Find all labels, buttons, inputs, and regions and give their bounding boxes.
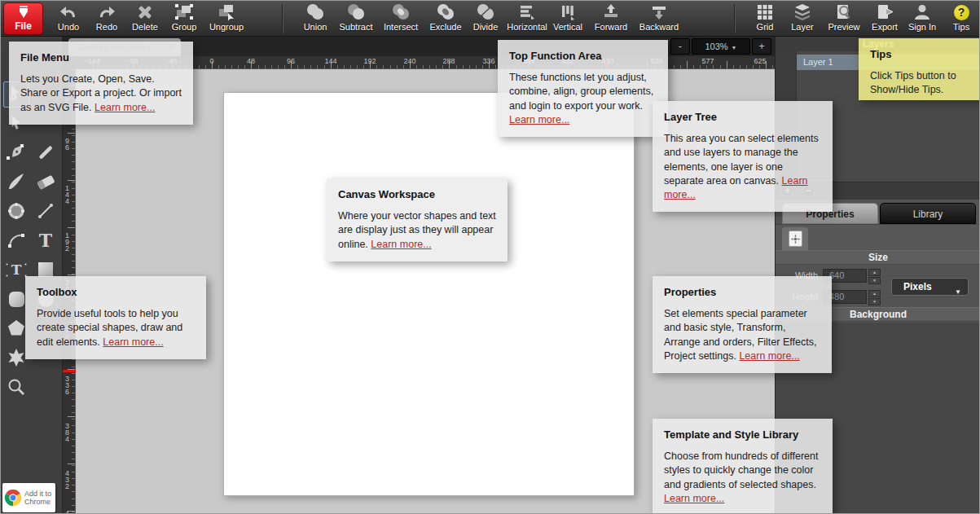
width-decrement-button[interactable]: ▼ [868,277,881,284]
subtract-button[interactable]: Subtract [332,2,380,35]
brush-tool[interactable] [3,169,29,195]
height-stepper: ▲ ▼ [868,290,881,304]
tips-button[interactable]: ? Tips [938,2,980,35]
zoom-in-button[interactable]: + [752,38,771,55]
tooltip-canvas-workspace: Canvas Workspace Where your vector shape… [327,178,508,261]
backward-arrow-icon [635,2,683,22]
properties-subtabs [776,224,980,249]
chevron-down-icon: ▼ [955,284,961,301]
tooltip-layer-tree: Layer Tree This area you can select elem… [653,101,833,212]
tooltip-template-library: Template and Style Library Choose from h… [653,419,833,514]
badge-line2: Chrome [24,498,51,506]
tooltip-toolbox: Toolbox Provide useful tools to help you… [25,276,206,359]
divide-circles-icon [462,2,509,22]
learn-more-link[interactable]: Learn more... [103,336,163,348]
tab-library[interactable]: Library [880,203,976,224]
group-icon [160,2,208,22]
send-backward-button[interactable]: Backward [635,2,683,35]
zoom-tool[interactable] [3,374,29,400]
tooltip-properties: Properties Set elements special paramete… [653,276,832,373]
zoom-level-select[interactable]: 103%▼ [692,38,750,55]
project-settings-subtab[interactable] [782,227,808,250]
app-window: File Undo Redo Delete Group [0,0,980,514]
canvas-page[interactable] [223,92,635,496]
ungroup-icon [203,2,250,22]
size-section-header: Size [776,250,980,265]
ungroup-button[interactable]: Ungroup [203,2,250,35]
top-toolbar: File Undo Redo Delete Group [1,1,980,37]
width-stepper: ▲ ▼ [868,269,881,283]
layer-button[interactable]: Layer [779,2,826,35]
tooltip-tips: Tips Click Tips button to Show/Hide Tips… [859,38,979,100]
vertical-align-icon [544,2,591,22]
forward-arrow-icon [587,2,635,22]
chrome-logo-icon [4,489,22,507]
pen-tool[interactable] [3,139,29,165]
eraser-tool[interactable] [33,169,59,195]
text-tool[interactable]: T [33,227,59,253]
tooltip-file-menu: File Menu Lets you Create, Open, Save. S… [9,42,193,125]
file-menu-label: File [15,20,32,32]
chevron-down-icon: ▼ [732,45,737,51]
subtract-circles-icon [332,2,380,22]
intersect-button[interactable]: Intersect [377,2,424,35]
intersect-circles-icon [377,2,424,22]
learn-more-link[interactable]: Learn more... [739,350,799,362]
pencil-tool[interactable] [33,139,59,165]
zoom-control: - 103%▼ + [670,38,771,55]
units-dropdown[interactable]: Pixels ▼ [891,278,969,296]
tooltip-top-function-area: Top Function Area These functions let yo… [498,40,668,137]
add-to-chrome-badge[interactable]: Add it to Chrome [2,483,55,512]
height-decrement-button[interactable]: ▼ [868,298,881,305]
zoom-out-button[interactable]: - [670,38,690,55]
align-vertical-button[interactable]: Vertical [544,2,591,35]
line-tool[interactable] [33,198,59,224]
layer-name: Layer 1 [803,57,833,67]
width-increment-button[interactable]: ▲ [868,269,881,276]
learn-more-link[interactable]: Learn more... [371,239,431,250]
ellipse-path-tool[interactable] [3,198,29,224]
learn-more-link[interactable]: Learn more... [664,493,724,504]
toolbar-separator [734,4,735,33]
settings-document-icon [789,231,802,247]
height-increment-button[interactable]: ▲ [868,290,881,297]
file-menu-button[interactable]: File [3,2,43,35]
learn-more-link[interactable]: Learn more... [94,102,155,113]
cursor-y-marker [63,370,76,372]
tips-question-icon: ? [938,2,980,22]
learn-more-link[interactable]: Learn more... [509,114,569,125]
toolbar-separator [282,4,283,33]
badge-line1: Add it to [24,490,51,498]
marker-pen-icon [4,3,42,20]
divide-button[interactable]: Divide [462,2,509,35]
layers-stack-icon [779,2,826,22]
arc-tool[interactable] [3,227,29,253]
group-button[interactable]: Group [160,2,208,35]
bring-forward-button[interactable]: Forward [587,2,635,35]
